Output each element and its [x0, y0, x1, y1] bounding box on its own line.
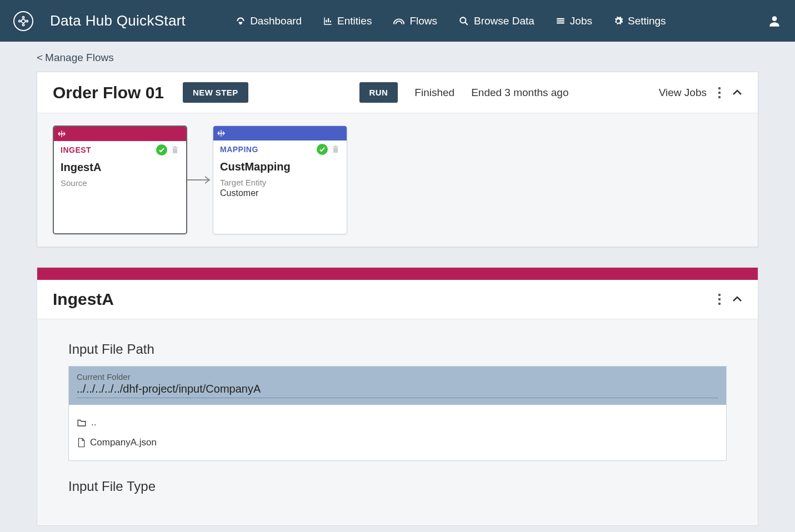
input-file-path-label: Input File Path [68, 342, 727, 357]
flow-header: Order Flow 01 NEW STEP RUN Finished Ende… [37, 72, 758, 113]
more-vert-icon[interactable] [718, 293, 721, 305]
nav-label: Flows [409, 15, 437, 27]
flow-ended: Ended 3 months ago [471, 87, 568, 99]
arrow-right-icon [187, 174, 213, 185]
nav-jobs[interactable]: Jobs [556, 15, 592, 27]
app-title: Data Hub QuickStart [50, 12, 186, 29]
step-connector [187, 174, 213, 185]
check-circle-icon [156, 144, 167, 155]
flow-panel: Order Flow 01 NEW STEP RUN Finished Ende… [37, 72, 758, 247]
nav-browse-data[interactable]: Browse Data [458, 15, 534, 27]
step-detail-header: IngestA [37, 280, 758, 319]
nav-entities[interactable]: Entities [323, 15, 372, 27]
step-detail-title: IngestA [53, 290, 114, 309]
file-row-item[interactable]: CompanyA.json [77, 433, 718, 453]
app-header: Data Hub QuickStart Dashboard Entities F… [0, 0, 795, 42]
nav-label: Browse Data [474, 15, 534, 27]
file-icon [77, 438, 86, 448]
step-card-ingest[interactable]: INGEST IngestA Source [53, 126, 187, 234]
nav-label: Dashboard [250, 15, 302, 27]
check-circle-icon [317, 144, 328, 155]
svg-point-2 [22, 24, 24, 26]
step-name: CustMapping [213, 158, 347, 174]
drag-handle-icon[interactable] [57, 129, 66, 138]
step-type-label: INGEST [61, 145, 91, 154]
top-nav: Dashboard Entities Flows Browse Data Job… [236, 15, 666, 27]
current-folder-header: Current Folder ../../../../../dhf-projec… [69, 367, 726, 405]
nav-label: Jobs [570, 15, 592, 27]
current-folder-value[interactable]: ../../../../../dhf-project/input/Company… [77, 383, 718, 398]
file-path-box: Current Folder ../../../../../dhf-projec… [68, 366, 727, 461]
file-name: .. [91, 417, 96, 428]
new-step-button[interactable]: NEW STEP [183, 82, 248, 103]
flow-title: Order Flow 01 [53, 83, 164, 102]
dashboard-icon [236, 16, 246, 26]
svg-point-4 [26, 20, 28, 22]
step-detail-panel: IngestA Input File Path Current Folder .… [37, 267, 758, 526]
trash-icon[interactable] [171, 145, 179, 155]
svg-point-9 [718, 91, 721, 93]
svg-point-5 [460, 17, 466, 23]
trash-icon[interactable] [331, 144, 340, 154]
breadcrumb-label: Manage Flows [45, 52, 114, 64]
svg-point-13 [718, 298, 721, 300]
flow-status-group: Finished Ended 3 months ago [414, 87, 568, 99]
input-file-type-label: Input File Type [68, 479, 727, 494]
svg-point-7 [772, 16, 777, 21]
svg-line-6 [465, 22, 468, 25]
step-sublabel: Source [54, 175, 186, 188]
folder-icon [77, 418, 87, 427]
app-branding: Data Hub QuickStart [13, 11, 186, 31]
svg-point-10 [718, 96, 721, 98]
current-folder-caption: Current Folder [77, 372, 718, 382]
svg-point-14 [718, 303, 721, 305]
nav-flows[interactable]: Flows [393, 15, 437, 27]
step-detail-body: Input File Path Current Folder ../../../… [37, 319, 758, 525]
file-browser-list: .. CompanyA.json [69, 405, 726, 460]
flow-status: Finished [414, 87, 454, 99]
nav-dashboard[interactable]: Dashboard [236, 15, 302, 27]
collapse-icon[interactable] [732, 296, 742, 303]
step-sublabel: Target Entity [213, 174, 347, 187]
nav-label: Settings [628, 15, 666, 27]
step-card-header [213, 126, 347, 140]
user-menu[interactable] [767, 14, 782, 28]
run-button[interactable]: RUN [359, 82, 398, 103]
svg-point-8 [718, 87, 721, 89]
logo-icon [13, 11, 33, 31]
chevron-left-icon: < [37, 52, 43, 64]
flow-actions: View Jobs [659, 87, 742, 99]
more-vert-icon[interactable] [718, 87, 721, 99]
view-jobs-link[interactable]: View Jobs [659, 87, 707, 99]
step-type-label: MAPPING [220, 145, 258, 154]
chart-bar-icon [323, 16, 333, 26]
drag-handle-icon[interactable] [217, 129, 226, 138]
file-row-up[interactable]: .. [77, 413, 718, 433]
gear-icon [613, 16, 623, 26]
svg-point-3 [19, 20, 21, 22]
svg-point-0 [22, 19, 26, 23]
flows-icon [393, 17, 405, 26]
svg-point-12 [718, 294, 721, 296]
step-card-mapping[interactable]: MAPPING CustMapping Target Entity Custom… [213, 126, 347, 234]
nav-label: Entities [337, 15, 372, 27]
nav-settings[interactable]: Settings [613, 15, 666, 27]
search-icon [458, 16, 469, 27]
steps-area: INGEST IngestA Source [37, 113, 758, 247]
jobs-icon [556, 16, 566, 26]
svg-point-1 [22, 16, 24, 18]
step-subvalue: Customer [213, 187, 347, 199]
breadcrumb-back[interactable]: < Manage Flows [37, 52, 114, 64]
user-icon [767, 14, 782, 28]
step-name: IngestA [54, 159, 186, 175]
collapse-icon[interactable] [732, 89, 742, 96]
file-name: CompanyA.json [90, 437, 157, 448]
step-card-header [54, 127, 186, 141]
step-detail-color-strip [37, 268, 758, 280]
